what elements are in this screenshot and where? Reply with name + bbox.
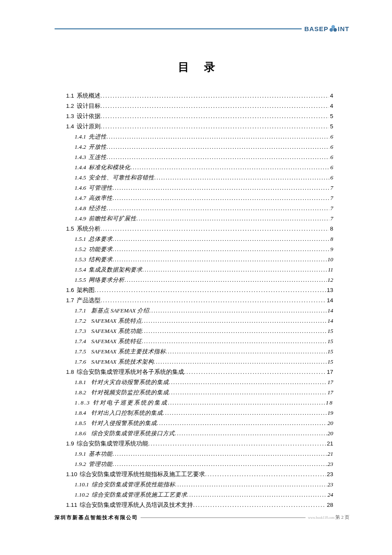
toc-leader-dots (169, 377, 327, 387)
toc-entry-number: 1.5.3 (75, 254, 86, 265)
brand-logo: BASEP INT (302, 25, 349, 32)
toc-entry: 1.7.4SAFEMAX 系统特征15 (66, 336, 333, 347)
toc-entry-number: 1.4.6 (75, 183, 86, 193)
toc-entry-page: 4 (329, 91, 333, 101)
toc-leader-dots (142, 265, 327, 275)
toc-entry: 1.4.1先进性6 (66, 132, 333, 142)
toc-entry: 1.4.4标准化和模块化6 (66, 162, 333, 173)
toc-entry-title: 设计目标 (77, 101, 101, 111)
toc-entry-title: 基本功能 (89, 449, 112, 459)
toc-entry-number: 1.7.3 (75, 326, 86, 336)
toc-leader-dots (163, 408, 327, 418)
toc-entry-title: 新基点 SAFEMAX 介绍 (91, 306, 149, 316)
toc-leader-dots (142, 336, 327, 347)
toc-entry-number: 1.1 (66, 91, 74, 101)
toc-entry: 1.8.6综合安防集成管理系统接口方式20 (66, 428, 333, 439)
toc-entry-number: 1.4.3 (75, 152, 86, 162)
toc-leader-dots (107, 203, 329, 214)
toc-entry: 1.9.2管理功能23 (66, 459, 333, 469)
toc-leader-dots (154, 173, 329, 183)
toc-entry: 1.4.5安全性、可靠性和容错性6 (66, 173, 333, 183)
toc-entry-title: 针对火灾自动报警系统的集成 (91, 377, 169, 387)
toc-leader-dots (107, 142, 329, 152)
toc-entry-title: SAFEMAX 系统技术架构 (91, 357, 154, 367)
toc-entry-page: 7 (329, 203, 333, 214)
toc-entry: 1.4设计原则5 (66, 121, 333, 132)
toc-leader-dots (101, 101, 329, 111)
toc-entry-page: 9 (329, 244, 333, 254)
toc-entry-number: 1.8 (66, 367, 74, 377)
toc-entry-title: SAFEMAX 系统特点 (91, 316, 142, 326)
toc-entry-title: 标准化和模块化 (89, 162, 130, 173)
toc-entry: 1.7.3SAFEMAX 系统功能15 (66, 326, 333, 336)
toc-entry-page: 28 (326, 500, 333, 510)
toc-entry-number: 1.7.6 (75, 357, 86, 367)
content-area: 目 录 1.1系统概述41.2设计目标41.3设计依据51.4设计原则51.4.… (66, 60, 333, 510)
toc-leader-dots (101, 121, 329, 132)
toc-leader-dots (166, 347, 327, 357)
toc-entry-page: 15 (327, 336, 334, 347)
toc-entry: 1.4.7高效率性7 (66, 193, 333, 203)
toc-entry-number: 1.7.2 (75, 316, 86, 326)
toc-entry-page: 6 (329, 152, 333, 162)
toc-leader-dots (101, 295, 326, 306)
toc-entry: 1.8.3针对电子巡更系统的集成18 (66, 398, 333, 408)
toc-entry-number: 1.2 (66, 101, 74, 111)
toc-entry-page: 4 (329, 101, 333, 111)
toc-leader-dots (101, 91, 329, 101)
toc-leader-dots (112, 193, 329, 203)
toc-entry: 1.7产品选型14 (66, 295, 333, 306)
toc-entry: 1.10综合安防集成管理系统性能指标及施工工艺要求23 (66, 469, 333, 480)
toc-entry-title: 系统概述 (77, 91, 101, 101)
toc-entry-number: 1.4.4 (75, 162, 86, 173)
toc-entry-page: 6 (329, 173, 333, 183)
toc-entry-title: 开放性 (89, 142, 107, 152)
toc-leader-dots (95, 285, 326, 295)
toc-entry-number: 1.10 (66, 469, 77, 480)
toc-entry-page: 8 (329, 224, 333, 234)
toc-entry: 1.4.9前瞻性和可扩展性7 (66, 214, 333, 224)
toc-entry-number: 1.7.1 (75, 306, 86, 316)
toc-leader-dots (112, 449, 327, 459)
toc-entry-number: 1.9.2 (75, 459, 86, 469)
toc-entry-number: 1.11 (66, 500, 77, 510)
toc-entry-number: 1.4.9 (75, 214, 86, 224)
toc-entry: 1.8综合安防集成管理系统对各子系统的集成17 (66, 367, 333, 377)
toc-entry-title: SAFEMAX 系统特征 (91, 336, 142, 347)
toc-entry-number: 1.5 (66, 224, 74, 234)
toc-entry-page: 15 (327, 347, 334, 357)
toc-entry: 1.8.4针对出入口控制系统的集成19 (66, 408, 333, 418)
toc-entry: 1.9综合安防集成管理系统功能21 (66, 439, 333, 449)
toc-entry: 1.5.4集成及数据架构要求11 (66, 265, 333, 275)
toc-entry: 1.5系统分析8 (66, 224, 333, 234)
toc-entry-title: 针对入侵报警系统的集成 (91, 418, 157, 428)
toc-entry-title: 前瞻性和可扩展性 (89, 214, 136, 224)
toc-entry-number: 1.4 (66, 121, 74, 132)
toc-entry-page: 24 (327, 490, 334, 500)
toc-entry: 1.9.1基本功能21 (66, 449, 333, 459)
toc-entry-title: 集成及数据架构要求 (89, 265, 142, 275)
toc-entry-title: 管理功能 (89, 459, 112, 469)
toc-entry-page: 6 (329, 162, 333, 173)
toc-entry-title: 综合安防集成管理系统性能指标及施工工艺要求 (80, 469, 205, 480)
toc-entry-number: 1.4.1 (75, 132, 86, 142)
toc-entry-number: 1.9.1 (75, 449, 86, 459)
toc-leader-dots (112, 244, 329, 254)
toc-leader-dots (148, 439, 326, 449)
toc-entry-number: 1.8.4 (75, 408, 86, 418)
page-footer: 深圳市新基点智能技术有限公司 www.book118.com第 2 页 (55, 514, 349, 522)
toc-entry: 1.10.1综合安防集成管理系统性能指标23 (66, 480, 333, 490)
toc-entry: 1.5.3结构要求10 (66, 254, 333, 265)
toc-leader-dots (130, 162, 329, 173)
toc-entry-title: 经济性 (89, 203, 107, 214)
toc-entry-number: 1.5.5 (75, 275, 86, 285)
toc-entry: 1.4.3互连性6 (66, 152, 333, 162)
toc-entry-page: 13 (326, 285, 333, 295)
toc-leader-dots (184, 367, 326, 377)
toc-entry-number: 1.4.7 (75, 193, 86, 203)
toc-entry-title: 产品选型 (77, 295, 101, 306)
toc-entry-number: 1.6 (66, 285, 74, 295)
toc-entry-number: 1.10.2 (75, 490, 89, 500)
toc-leader-dots (112, 459, 327, 469)
toc-entry-page: 23 (327, 459, 334, 469)
